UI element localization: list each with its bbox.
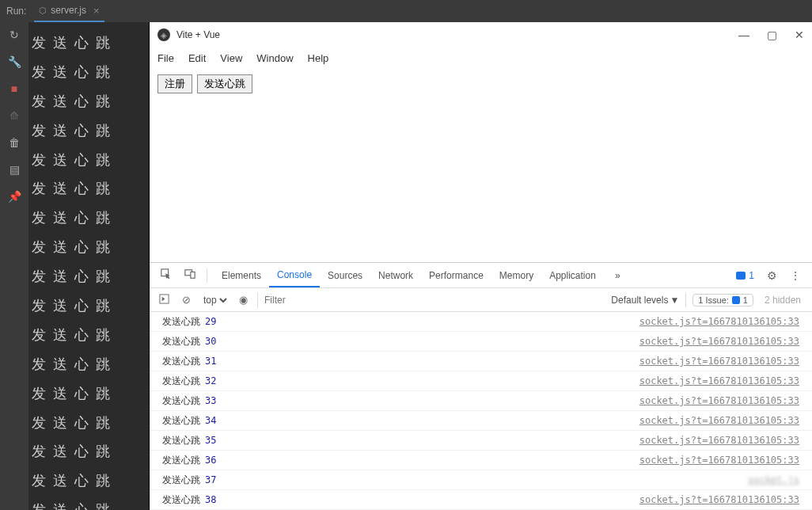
console-source-link[interactable]: socket.js?t=1667810136105:33 (639, 452, 799, 468)
app-window: ◈ Vite + Vue — ▢ ✕ FileEditViewWindowHel… (149, 22, 812, 510)
inspect-element-icon[interactable] (156, 268, 176, 282)
server-output-line: 发 送 心 跳 (32, 321, 146, 350)
window-controls: — ▢ ✕ (738, 29, 804, 41)
server-output-line: 发 送 心 跳 (32, 379, 146, 409)
server-output-line: 发 送 心 跳 (32, 204, 146, 233)
issue-pill[interactable]: 1 Issue: 1 (692, 294, 753, 306)
svg-rect-3 (736, 272, 746, 280)
console-source-link[interactable]: socket.js?t=1667810136105:33 (639, 333, 799, 349)
log-levels-select[interactable]: Default levels ▼ (611, 295, 679, 306)
console-row: 发送心跳36socket.js?t=1667810136105:33 (150, 451, 812, 470)
console-row: 发送心跳38socket.js?t=1667810136105:33 (150, 490, 812, 510)
server-output-line: 发 送 心 跳 (32, 262, 146, 291)
menu-item-edit[interactable]: Edit (188, 52, 206, 64)
server-output-line: 发 送 心 跳 (32, 466, 146, 496)
console-row: 发送心跳34socket.js?t=1667810136105:33 (150, 411, 812, 431)
pin-icon[interactable]: 📌 (8, 190, 21, 203)
live-expression-eye-icon[interactable]: ◉ (236, 294, 251, 306)
console-source-link[interactable]: socket.js?t=1667810136105:33 (639, 432, 799, 448)
menu-item-window[interactable]: Window (256, 52, 293, 64)
stop-icon[interactable]: ■ (11, 82, 17, 95)
register-button[interactable]: 注册 (157, 74, 192, 93)
wrench-icon[interactable]: 🔧 (8, 55, 21, 68)
console-row: 发送心跳32socket.js?t=1667810136105:33 (150, 371, 812, 391)
server-output-line: 发 送 心 跳 (32, 116, 146, 146)
server-output-line: 发 送 心 跳 (32, 350, 146, 379)
console-source-link[interactable]: socket.js?t=1667810136105:33 (639, 373, 799, 389)
layout-icon[interactable]: ▤ (9, 163, 20, 176)
server-output-line: 发 送 心 跳 (32, 409, 146, 438)
run-config-tab[interactable]: ⬡ server.js × (34, 0, 104, 22)
js-file-icon: ⬡ (39, 6, 47, 16)
console-row: 发送心跳35socket.js?t=1667810136105:33 (150, 431, 812, 451)
console-message: 发送心跳29 (162, 314, 216, 329)
devtools-tabbar: ElementsConsoleSourcesNetworkPerformance… (150, 263, 812, 288)
devtools-tab-application[interactable]: Application (541, 263, 604, 287)
server-output-line: 发 送 心 跳 (32, 29, 146, 58)
console-filter-input[interactable] (257, 292, 605, 308)
console-message: 发送心跳34 (162, 413, 216, 428)
close-button[interactable]: ✕ (795, 29, 804, 41)
kebab-menu-icon[interactable]: ⋮ (785, 269, 806, 282)
console-output: 发送心跳29socket.js?t=1667810136105:33发送心跳30… (150, 312, 812, 510)
run-config-filename: server.js (51, 5, 86, 16)
devtools-tab-performance[interactable]: Performance (421, 263, 491, 287)
app-blank-area (150, 100, 812, 262)
console-source-link[interactable]: socket.js?t=1667810136105:33 (639, 413, 799, 428)
run-label: Run: (6, 6, 26, 17)
svg-rect-2 (191, 272, 195, 278)
console-source-link[interactable]: socket.js?t=1667810136105:33 (639, 393, 799, 409)
ide-body: ↻ 🔧 ■ ⟰ 🗑 ▤ 📌 发 送 心 跳发 送 心 跳发 送 心 跳发 送 心… (0, 22, 812, 510)
ide-topbar: Run: ⬡ server.js × (0, 0, 812, 22)
pause-output-icon[interactable]: ⟰ (9, 109, 19, 122)
console-message: 发送心跳38 (162, 492, 216, 508)
clear-console-icon[interactable]: ⊘ (179, 294, 194, 306)
divider (685, 293, 686, 307)
console-row: 发送心跳33socket.js?t=1667810136105:33 (150, 391, 812, 411)
execution-context-select[interactable]: top (200, 294, 230, 306)
console-sidebar-toggle-icon[interactable] (156, 294, 173, 306)
console-row: 发送心跳37socket.js (150, 470, 812, 490)
ide-run-gutter: ↻ 🔧 ■ ⟰ 🗑 ▤ 📌 (0, 22, 28, 510)
device-toolbar-icon[interactable] (180, 268, 200, 282)
divider (207, 268, 207, 283)
app-menubar: FileEditViewWindowHelp (150, 48, 812, 68)
console-source-link[interactable]: socket.js?t=1667810136105:33 (639, 492, 799, 508)
server-output-line: 发 送 心 跳 (32, 146, 146, 175)
console-source-link[interactable]: socket.js?t=1667810136105:33 (639, 353, 799, 369)
console-message: 发送心跳33 (162, 393, 216, 409)
console-filterbar: ⊘ top ◉ Default levels ▼ 1 Issue: 1 2 hi… (150, 288, 812, 312)
server-output-line: 发 送 心 跳 (32, 87, 146, 116)
devtools-tab-console[interactable]: Console (269, 263, 320, 287)
trash-icon[interactable]: 🗑 (9, 136, 20, 149)
console-source-link[interactable]: socket.js?t=1667810136105:33 (639, 314, 799, 329)
console-source-link[interactable]: socket.js (748, 472, 799, 488)
hidden-count[interactable]: 2 hidden (760, 295, 806, 306)
menu-item-help[interactable]: Help (308, 52, 329, 64)
menu-item-file[interactable]: File (157, 52, 174, 64)
server-output-line: 发 送 心 跳 (32, 496, 146, 510)
minimize-button[interactable]: — (738, 29, 749, 41)
devtools-tab-memory[interactable]: Memory (491, 263, 541, 287)
devtools-issues-indicator[interactable]: 1 (731, 270, 759, 281)
server-output-line: 发 送 心 跳 (32, 233, 146, 262)
menu-item-view[interactable]: View (220, 52, 242, 64)
devtools-tab-network[interactable]: Network (370, 263, 421, 287)
server-output-line: 发 送 心 跳 (32, 437, 146, 466)
server-output-line: 发 送 心 跳 (32, 58, 146, 87)
close-icon[interactable]: × (93, 5, 100, 17)
console-message: 发送心跳37 (162, 472, 216, 488)
settings-gear-icon[interactable]: ⚙ (762, 269, 782, 282)
devtools-tab-elements[interactable]: Elements (214, 263, 269, 287)
devtools: ElementsConsoleSourcesNetworkPerformance… (150, 262, 812, 510)
devtools-tab-sources[interactable]: Sources (320, 263, 370, 287)
app-content: 注册 发送心跳 (150, 68, 812, 100)
heartbeat-button[interactable]: 发送心跳 (197, 74, 252, 93)
rerun-icon[interactable]: ↻ (9, 29, 19, 41)
console-message: 发送心跳31 (162, 353, 216, 369)
devtools-more-tabs[interactable]: » (607, 263, 628, 287)
console-message: 发送心跳30 (162, 333, 216, 349)
issue-square-icon (732, 296, 740, 304)
maximize-button[interactable]: ▢ (767, 29, 777, 41)
server-output-line: 发 送 心 跳 (32, 174, 146, 204)
